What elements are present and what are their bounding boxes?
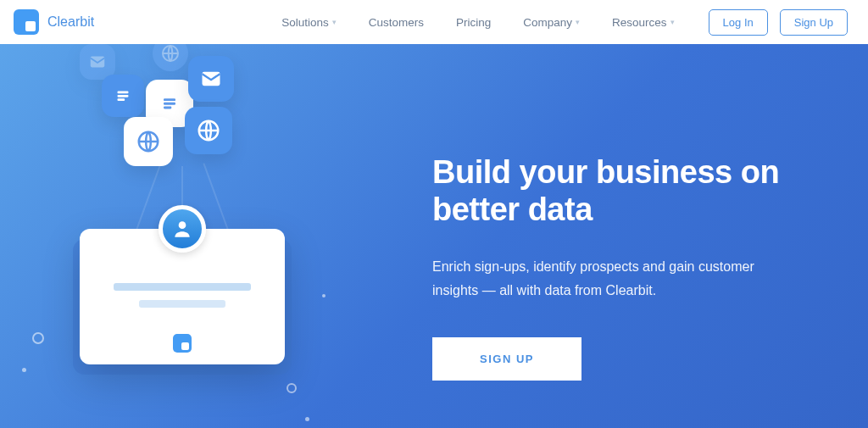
svg-rect-4	[118, 95, 129, 97]
brand[interactable]: Clearbit	[14, 9, 94, 35]
brand-name: Clearbit	[47, 14, 94, 30]
svg-rect-7	[164, 103, 175, 105]
nav-pricing[interactable]: Pricing	[456, 16, 491, 29]
nav-customers[interactable]: Customers	[369, 16, 424, 29]
chevron-down-icon: ▾	[576, 18, 580, 26]
placeholder-line	[139, 300, 225, 308]
hero-subhead: Enrich sign-ups, identify prospects and …	[432, 255, 788, 301]
svg-rect-8	[164, 107, 171, 109]
placeholder-line	[114, 283, 251, 291]
top-nav: Clearbit Solutions ▾ Customers Pricing C…	[0, 0, 868, 44]
svg-rect-5	[118, 98, 125, 101]
nav-label: Resources	[612, 16, 667, 29]
nav-solutions[interactable]: Solutions ▾	[281, 16, 337, 29]
decoration-dot	[32, 332, 44, 344]
clearbit-logo-icon	[14, 9, 39, 35]
svg-point-12	[179, 221, 186, 229]
document-icon	[102, 75, 144, 117]
mail-icon	[188, 56, 234, 102]
globe-icon	[124, 117, 173, 166]
nav-label: Company	[523, 16, 572, 29]
svg-rect-3	[118, 92, 129, 94]
nav-links: Solutions ▾ Customers Pricing Company ▾ …	[281, 16, 674, 29]
nav-label: Customers	[369, 16, 424, 29]
avatar-icon	[159, 205, 206, 253]
hero-illustration	[59, 44, 331, 428]
hero-headline: Build your business on better data	[432, 154, 814, 228]
clearbit-logo-icon	[173, 334, 192, 353]
nav-company[interactable]: Company ▾	[523, 16, 580, 29]
globe-icon	[185, 107, 232, 154]
hero: Build your business on better data Enric…	[0, 44, 868, 428]
nav-label: Solutions	[281, 16, 329, 29]
connector-line	[135, 163, 161, 231]
nav-actions: Log In Sign Up	[709, 9, 848, 36]
nav-resources[interactable]: Resources ▾	[612, 16, 675, 29]
chevron-down-icon: ▾	[670, 18, 675, 26]
hero-signup-button[interactable]: SIGN UP	[432, 337, 581, 381]
nav-label: Pricing	[456, 16, 491, 29]
chevron-down-icon: ▾	[332, 18, 337, 26]
hero-copy: Build your business on better data Enric…	[432, 154, 814, 381]
globe-icon	[153, 44, 188, 71]
login-button[interactable]: Log In	[709, 9, 768, 36]
signup-button[interactable]: Sign Up	[780, 9, 848, 36]
profile-card	[80, 229, 285, 364]
svg-rect-6	[164, 98, 175, 101]
decoration-dot	[22, 368, 26, 372]
connector-line	[203, 163, 229, 231]
